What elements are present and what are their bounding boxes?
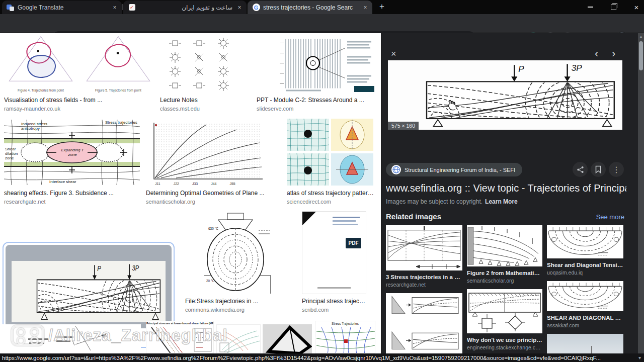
page-scrollbar[interactable]: ▲	[638, 33, 644, 353]
result-tile-partial[interactable]	[263, 324, 312, 353]
result-domain[interactable]: semanticscholar.org	[146, 198, 266, 205]
related-column: Shear and Diagonal Tension in ... uoqasi…	[547, 225, 623, 353]
figure-label: Interface shear	[49, 179, 76, 184]
result-thumbnail-selected[interactable]	[6, 245, 172, 328]
watermark-text: /Alireza_Zarrineghbal	[48, 326, 228, 345]
result-thumbnail[interactable]: Stress trajectories Induced stress aniso…	[4, 119, 140, 186]
result-domain[interactable]: sciencedirect.com	[287, 198, 375, 205]
result-thumbnail[interactable]	[263, 324, 312, 353]
next-image-button[interactable]: ›	[612, 47, 615, 60]
result-tile[interactable]: Lecture Notes classes.mst.edu	[160, 35, 237, 112]
temperature-label: 20 °C	[206, 279, 214, 283]
share-button[interactable]	[573, 162, 588, 177]
sub-caption: Figure 5. Trajectories from point	[82, 88, 155, 92]
result-tile-partial[interactable]: Stress Trajectories	[315, 321, 375, 353]
result-caption[interactable]: Lecture Notes	[160, 97, 237, 104]
more-options-button[interactable]: ⋮	[609, 162, 624, 177]
related-caption[interactable]: Shear and Diagonal Tension in ...	[547, 261, 623, 268]
pole	[591, 346, 592, 353]
result-caption[interactable]: atlas of stress trajectory patterns ...	[287, 190, 375, 197]
tab-google-translate[interactable]: Google Translate ×	[2, 1, 122, 14]
related-image[interactable]	[547, 225, 623, 258]
result-tile[interactable]: Stress trajectories Induced stress aniso…	[4, 119, 140, 205]
related-image[interactable]	[467, 225, 542, 266]
tab-persian-calendar[interactable]: ✓ ساعت و تقویم ایران ×	[123, 1, 247, 14]
related-images-header: Related images See more	[386, 212, 624, 221]
result-thumbnail[interactable]	[160, 35, 237, 93]
result-caption[interactable]: File:Stress trajectories in ...	[185, 298, 289, 305]
trajectory-pattern-d	[331, 153, 373, 186]
tab-stress-trajectories[interactable]: G stress trajectories - Google Searc ×	[248, 1, 372, 14]
result-tile[interactable]: J11 J22 J33 J44 J55 Determining Optimal …	[146, 119, 266, 205]
result-caption[interactable]: shearing effects. Figure 3. Subsidence .…	[4, 190, 140, 197]
figure-label: Shear dilation zone	[5, 147, 24, 160]
result-thumbnail[interactable]: Figure 4. Trajectories from point Figure…	[4, 35, 156, 93]
related-caption[interactable]: Figure 2 from Mathematical an...	[467, 269, 542, 277]
result-domain[interactable]: scribd.com	[302, 306, 366, 313]
google-favicon: G	[252, 4, 260, 12]
result-thumbnail[interactable]: J11 J22 J33 J44 J55	[146, 119, 266, 186]
related-image[interactable]	[386, 225, 462, 270]
result-tile[interactable]: 630 °C 20 °C File:Stress trajectories in…	[185, 211, 289, 313]
checkbox-favicon: ✓	[128, 4, 136, 12]
related-domain[interactable]: assakkaf.com	[547, 322, 623, 329]
hand-cursor	[447, 100, 455, 111]
result-domain[interactable]: commons.wikimedia.org	[185, 306, 289, 313]
new-tab-button[interactable]: +	[376, 2, 387, 12]
result-caption[interactable]: Determining Optimal Geometries of Plane …	[146, 190, 266, 197]
close-tab-icon[interactable]: ×	[235, 4, 244, 11]
related-image[interactable]	[547, 334, 623, 353]
axis-labels: J11 J22 J33 J44 J55	[155, 182, 235, 186]
result-domain[interactable]: ramsay-maunder.co.uk	[4, 105, 156, 112]
related-domain[interactable]: uoqasim.edu.iq	[547, 269, 623, 276]
result-page-title[interactable]: www.sefindia.org :: View topic - Traject…	[386, 182, 626, 195]
result-domain[interactable]: classes.mst.edu	[160, 105, 237, 112]
related-domain[interactable]: researchgate.net	[386, 282, 462, 288]
result-tile[interactable]: Figure 4. Trajectories from point Figure…	[4, 35, 156, 112]
result-tile[interactable]: PPT - Module C-2: Stresses Around a ... …	[257, 35, 375, 112]
share-icon	[577, 166, 584, 173]
result-thumbnail[interactable]	[257, 35, 375, 93]
scroll-up-arrow[interactable]: ▲	[638, 33, 644, 40]
result-domain[interactable]: researchgate.net	[4, 198, 140, 205]
related-image[interactable]	[467, 289, 542, 333]
tab-title: stress trajectories - Google Searc	[263, 4, 358, 11]
result-thumbnail[interactable]: Stress Trajectories	[315, 321, 375, 353]
result-caption[interactable]: Visualisation of stress fields - from ..…	[4, 97, 156, 104]
result-thumbnail[interactable]	[287, 119, 375, 186]
previous-image-button[interactable]: ‹	[595, 47, 598, 60]
close-tab-icon[interactable]: ×	[111, 4, 119, 11]
related-image[interactable]	[547, 281, 623, 311]
page-fold	[302, 212, 316, 225]
result-thumbnail[interactable]: 630 °C 20 °C	[185, 211, 289, 294]
restore-button[interactable]	[603, 0, 624, 14]
result-caption[interactable]: PPT - Module C-2: Stresses Around a ...	[257, 97, 375, 104]
result-domain[interactable]: slideserve.com	[257, 105, 375, 112]
preview-image[interactable]: 575 × 160	[388, 60, 622, 130]
restore-icon	[611, 5, 616, 10]
stresses-around-opening-figure	[257, 35, 375, 93]
related-caption[interactable]: 3 Stress trajectories in a B-and ...	[386, 274, 462, 281]
copyright-note: Images may be subject to copyright.Learn…	[386, 198, 518, 205]
source-site-chip[interactable]: Structural Engineering Forum of India, -…	[386, 163, 522, 176]
result-tile[interactable]: PDF Principal stress trajectories ... sc…	[302, 211, 366, 313]
save-bookmark-button[interactable]	[591, 162, 606, 177]
result-thumbnail[interactable]: PDF	[302, 211, 366, 294]
result-tile[interactable]: atlas of stress trajectory patterns ... …	[287, 119, 375, 205]
related-caption[interactable]: Why don't we use principal ma...	[467, 336, 542, 343]
related-caption[interactable]: SHEAR AND DIAGONAL TENSI...	[547, 314, 623, 321]
result-caption[interactable]: Principal stress trajectories ...	[302, 298, 366, 305]
close-panel-button[interactable]: ×	[391, 49, 396, 59]
minimize-button[interactable]	[580, 0, 601, 14]
watermark-logo-icon	[11, 325, 44, 346]
learn-more-link[interactable]: Learn More	[485, 198, 518, 205]
related-domain[interactable]: engineering.stackexchange.com	[467, 344, 542, 351]
close-window-button[interactable]: ×	[626, 0, 644, 14]
topology-wedge-figure	[263, 324, 312, 353]
see-more-link[interactable]: See more	[596, 213, 624, 221]
scrollbar-thumb[interactable]	[639, 41, 643, 70]
related-images-label: Related images	[386, 212, 441, 221]
related-image[interactable]	[386, 293, 462, 353]
close-tab-icon[interactable]: ×	[361, 4, 369, 11]
related-domain[interactable]: semanticscholar.org	[467, 278, 542, 284]
